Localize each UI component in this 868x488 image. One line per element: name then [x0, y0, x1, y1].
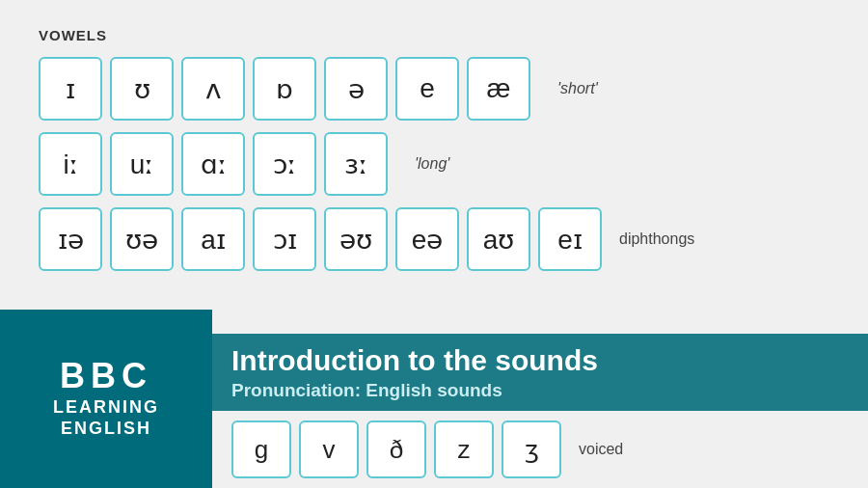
phoneme-box-e: e — [395, 57, 459, 121]
title-band: Introduction to the sounds Pronunciation… — [212, 334, 868, 411]
voiced-label: voiced — [579, 441, 623, 458]
title-sub: Pronunciation: English sounds — [231, 380, 849, 401]
phoneme-box-i: ɪ — [39, 57, 102, 121]
phoneme-box-ua: ʊə — [110, 207, 174, 271]
phoneme-box-ou: əʊ — [324, 207, 388, 271]
vowels-label: VOWELS — [39, 27, 829, 43]
phoneme-box-g: g — [231, 420, 291, 478]
short-vowels-row: ɪ ʊ ʌ ɒ ə e æ 'short' — [39, 57, 829, 121]
phoneme-box-eth: ð — [366, 420, 426, 478]
bbc-text: BBC — [60, 359, 152, 393]
phoneme-box-oo: ɔː — [253, 132, 316, 196]
phoneme-box-ai: aɪ — [181, 207, 245, 271]
phoneme-box-upsilon: ʊ — [110, 57, 174, 121]
bbc-learning: LEARNING ENGLISH — [53, 397, 159, 439]
main-content: VOWELS ɪ ʊ ʌ ɒ ə e æ 'short' iː uː ɑː ɔː… — [0, 0, 868, 271]
phoneme-box-wedge: ʌ — [181, 57, 245, 121]
diphthongs-label: diphthongs — [619, 230, 694, 248]
long-vowels-row: iː uː ɑː ɔː ɜː 'long' — [39, 132, 829, 196]
short-label: 'short' — [557, 80, 598, 97]
phoneme-box-z: z — [434, 420, 494, 478]
title-main: Introduction to the sounds — [231, 343, 849, 378]
bottom-phoneme-row: g v ð z ʒ voiced — [212, 411, 868, 488]
bottom-overlay: BBC LEARNING ENGLISH Introduction to the… — [0, 310, 868, 488]
phoneme-box-ea: eə — [395, 207, 459, 271]
phoneme-box-ae: æ — [467, 57, 530, 121]
phoneme-box-schwa: ə — [324, 57, 388, 121]
phoneme-box-er: ɜː — [324, 132, 388, 196]
phoneme-box-ezh: ʒ — [502, 420, 561, 478]
diphthongs-row: ɪə ʊə aɪ ɔɪ əʊ eə aʊ eɪ diphthongs — [39, 207, 829, 271]
phoneme-box-ei: eɪ — [538, 207, 602, 271]
phoneme-box-ii: iː — [39, 132, 102, 196]
phoneme-box-ia: ɪə — [39, 207, 102, 271]
phoneme-box-uu: uː — [110, 132, 174, 196]
phoneme-box-au: aʊ — [467, 207, 530, 271]
phoneme-box-open-o: ɒ — [253, 57, 316, 121]
phoneme-box-v: v — [299, 420, 359, 478]
bbc-logo: BBC LEARNING ENGLISH — [0, 310, 212, 488]
phoneme-box-aa: ɑː — [181, 132, 245, 196]
phoneme-box-oi: ɔɪ — [253, 207, 316, 271]
long-label: 'long' — [415, 155, 449, 173]
